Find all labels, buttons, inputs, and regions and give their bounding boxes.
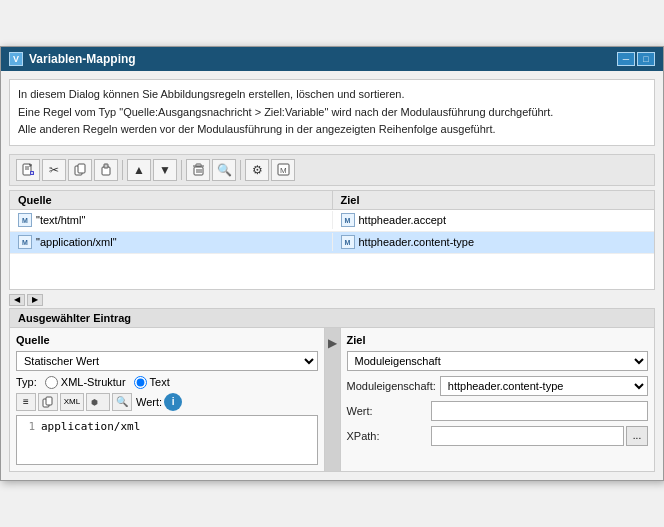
new-button[interactable] xyxy=(16,159,40,181)
table-header: Quelle Ziel xyxy=(10,191,654,210)
target-value-1: httpheader.accept xyxy=(359,214,446,226)
radio-text[interactable] xyxy=(134,376,147,389)
info-button[interactable]: i xyxy=(164,393,182,411)
type-label: Typ: xyxy=(16,376,37,388)
info-line2: Eine Regel vom Typ "Quelle:Ausgangsnachr… xyxy=(18,104,646,122)
svg-text:⬢: ⬢ xyxy=(91,398,98,407)
scroll-arrows: ◀ ▶ xyxy=(9,294,655,306)
module-prop-row: Moduleigenschaft: httpheader.content-typ… xyxy=(347,376,649,396)
cut-button[interactable]: ✂ xyxy=(42,159,66,181)
maximize-button[interactable]: □ xyxy=(637,52,655,66)
toolbar-sep3 xyxy=(240,160,241,180)
panel-divider: ▶ xyxy=(325,328,341,471)
right-panel-label: Ziel xyxy=(347,334,649,346)
col-source: Quelle xyxy=(10,191,333,209)
title-bar-left: V Variablen-Mapping xyxy=(9,52,136,66)
radio-xml-label[interactable]: XML-Struktur xyxy=(45,376,126,389)
radio-text-text: Text xyxy=(150,376,170,388)
info-line1: In diesem Dialog können Sie Abbildungsre… xyxy=(18,86,646,104)
target-icon-2: M xyxy=(341,235,355,249)
toolbar-sep1 xyxy=(122,160,123,180)
module-button[interactable]: M xyxy=(271,159,295,181)
info-line3: Alle anderen Regeln werden vor der Modul… xyxy=(18,121,646,139)
selected-entry-section: Ausgewählter Eintrag Quelle Statischer W… xyxy=(9,308,655,472)
svg-rect-14 xyxy=(196,164,201,166)
module-prop-select[interactable]: httpheader.content-type httpheader.accep… xyxy=(440,376,648,396)
wert-label-right: Wert: xyxy=(347,405,427,417)
left-panel-label: Quelle xyxy=(16,334,318,346)
source-icon-1: M xyxy=(18,213,32,227)
radio-xml-text: XML-Struktur xyxy=(61,376,126,388)
radio-text-label[interactable]: Text xyxy=(134,376,170,389)
toolbar-sep2 xyxy=(181,160,182,180)
code-area[interactable]: 1 application/xml xyxy=(16,415,318,465)
settings-button[interactable]: ⚙ xyxy=(245,159,269,181)
mini-list-btn[interactable]: ≡ xyxy=(16,393,36,411)
xpath-row: XPath: ... xyxy=(347,426,649,446)
copy-button[interactable] xyxy=(68,159,92,181)
target-icon-1: M xyxy=(341,213,355,227)
target-cell-1: M httpheader.accept xyxy=(333,211,655,229)
source-cell-1: M "text/html" xyxy=(10,211,333,229)
main-window: V Variablen-Mapping ─ □ In diesem Dialog… xyxy=(0,46,664,481)
mini-xml2-btn[interactable]: ⬢ xyxy=(86,393,110,411)
mini-xml-btn[interactable]: XML xyxy=(60,393,84,411)
module-prop-label: Moduleigenschaft: xyxy=(347,380,436,392)
target-type-row: Moduleigenschaft Variable Ausdruck xyxy=(347,351,649,371)
left-panel: Quelle Statischer Wert Variable Ausdruck… xyxy=(10,328,325,471)
xpath-browse-button[interactable]: ... xyxy=(626,426,648,446)
search-button[interactable]: 🔍 xyxy=(212,159,236,181)
move-up-button[interactable]: ▲ xyxy=(127,159,151,181)
mini-copy-btn[interactable] xyxy=(38,393,58,411)
paste-button[interactable] xyxy=(94,159,118,181)
col-target: Ziel xyxy=(333,191,655,209)
window-title: Variablen-Mapping xyxy=(29,52,136,66)
table-row[interactable]: M "application/xml" M httpheader.content… xyxy=(10,232,654,254)
svg-rect-11 xyxy=(104,164,108,168)
wert-row: Wert: xyxy=(347,401,649,421)
wert-input[interactable] xyxy=(431,401,649,421)
target-value-2: httpheader.content-type xyxy=(359,236,475,248)
main-toolbar: ✂ ▲ ▼ 🔍 xyxy=(9,154,655,186)
scroll-left[interactable]: ◀ xyxy=(9,294,25,306)
source-value-1: "text/html" xyxy=(36,214,85,226)
scroll-right[interactable]: ▶ xyxy=(27,294,43,306)
bottom-content: Quelle Statischer Wert Variable Ausdruck… xyxy=(10,328,654,471)
source-icon-2: M xyxy=(18,235,32,249)
source-cell-2: M "application/xml" xyxy=(10,233,333,251)
type-radio-group: Typ: XML-Struktur Text xyxy=(16,376,318,389)
code-value[interactable]: application/xml xyxy=(41,420,313,460)
minimize-button[interactable]: ─ xyxy=(617,52,635,66)
line-number: 1 xyxy=(21,420,41,460)
radio-xml[interactable] xyxy=(45,376,58,389)
move-down-button[interactable]: ▼ xyxy=(153,159,177,181)
mapping-table: Quelle Ziel M "text/html" M httpheader.a… xyxy=(9,190,655,290)
table-row[interactable]: M "text/html" M httpheader.accept xyxy=(10,210,654,232)
xpath-label: XPath: xyxy=(347,430,427,442)
xpath-input[interactable] xyxy=(431,426,625,446)
title-bar-buttons: ─ □ xyxy=(617,52,655,66)
delete-button[interactable] xyxy=(186,159,210,181)
svg-rect-21 xyxy=(46,397,52,405)
wert-label: Wert: xyxy=(136,396,162,408)
source-value-2: "application/xml" xyxy=(36,236,117,248)
mini-search-btn[interactable]: 🔍 xyxy=(112,393,132,411)
svg-text:M: M xyxy=(280,166,287,175)
title-bar: V Variablen-Mapping ─ □ xyxy=(1,47,663,71)
source-type-select[interactable]: Statischer Wert Variable Ausdruck xyxy=(16,351,318,371)
selected-entry-title: Ausgewählter Eintrag xyxy=(10,309,654,328)
source-type-row: Statischer Wert Variable Ausdruck xyxy=(16,351,318,371)
window-icon: V xyxy=(9,52,23,66)
right-panel: Ziel Moduleigenschaft Variable Ausdruck … xyxy=(341,328,655,471)
info-box: In diesem Dialog können Sie Abbildungsre… xyxy=(9,79,655,146)
target-cell-2: M httpheader.content-type xyxy=(333,233,655,251)
target-type-select[interactable]: Moduleigenschaft Variable Ausdruck xyxy=(347,351,649,371)
svg-rect-9 xyxy=(78,164,85,173)
